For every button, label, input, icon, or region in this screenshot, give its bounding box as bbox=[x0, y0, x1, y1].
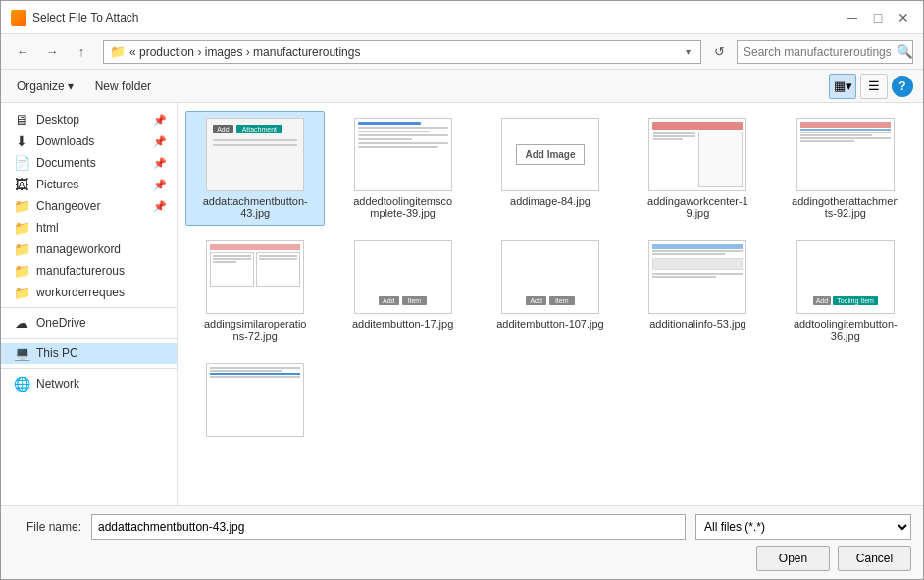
forward-button[interactable]: → bbox=[40, 40, 64, 64]
minimize-button[interactable]: ─ bbox=[843, 8, 862, 27]
toolbar2-right: ▦ ▾ ☰ ? bbox=[829, 74, 913, 99]
file-item-8[interactable]: Add Item additembutton-107.jpg bbox=[481, 234, 620, 348]
manageworkord-icon: 📁 bbox=[13, 241, 30, 257]
search-input[interactable] bbox=[738, 43, 897, 61]
organize-toolbar: Organize ▾ New folder ▦ ▾ ☰ ? bbox=[1, 70, 923, 103]
workorderreques-icon: 📁 bbox=[13, 285, 30, 300]
documents-icon: 📄 bbox=[13, 155, 30, 171]
sidebar-divider3 bbox=[1, 368, 177, 369]
address-bar[interactable]: 📁 « production › images › manufacturerou… bbox=[103, 40, 701, 64]
view-chevron-icon: ▾ bbox=[846, 79, 852, 93]
file-grid: Add Attachment addattachmentbutton-43.jp… bbox=[185, 111, 915, 448]
sidebar-item-desktop[interactable]: 🖥 Desktop 📌 bbox=[1, 109, 177, 131]
sidebar-item-onedrive[interactable]: ☁ OneDrive bbox=[1, 312, 177, 334]
sidebar-item-label: Pictures bbox=[36, 178, 78, 191]
close-button[interactable]: ✕ bbox=[894, 8, 913, 27]
address-path: « production › images › manufacturerouti… bbox=[129, 45, 678, 59]
file-thumb-3: Add Image bbox=[501, 118, 599, 191]
sidebar-divider2 bbox=[1, 338, 177, 339]
address-chevron-icon[interactable]: ▾ bbox=[682, 44, 694, 59]
file-name-5: addingotherattachments-92.jpg bbox=[792, 195, 899, 219]
organize-chevron-icon: ▾ bbox=[68, 79, 74, 93]
refresh-button[interactable]: ↺ bbox=[707, 40, 731, 64]
sidebar-item-label: manageworkord bbox=[36, 242, 121, 256]
view-panel-button[interactable]: ☰ bbox=[860, 74, 888, 99]
title-controls: ─ □ ✕ bbox=[843, 8, 913, 27]
sidebar-item-label: Documents bbox=[36, 156, 96, 170]
sidebar-item-label: This PC bbox=[36, 346, 78, 360]
filetype-select[interactable]: All files (*.*) bbox=[695, 514, 911, 540]
file-name-1: addattachmentbutton-43.jpg bbox=[201, 195, 309, 219]
changeover-icon: 📁 bbox=[13, 198, 30, 214]
sidebar-item-workorderreques[interactable]: 📁 workorderreques bbox=[1, 282, 177, 303]
action-row: Open Cancel bbox=[13, 546, 911, 571]
pin-icon: 📌 bbox=[153, 135, 167, 148]
file-thumb-6 bbox=[206, 240, 304, 314]
organize-label: Organize bbox=[17, 79, 65, 93]
file-thumb-7: Add Item bbox=[354, 240, 452, 314]
sidebar-item-label: Desktop bbox=[36, 113, 79, 127]
file-thumb-5 bbox=[796, 118, 895, 191]
file-name-2: addedtoolingitemscomplete-39.jpg bbox=[349, 195, 457, 219]
sidebar-item-manufacturerous[interactable]: 📁 manufacturerous bbox=[1, 260, 177, 282]
view-thumbnails-button[interactable]: ▦ ▾ bbox=[829, 74, 856, 99]
pin-icon: 📌 bbox=[153, 114, 167, 127]
file-item-1[interactable]: Add Attachment addattachmentbutton-43.jp… bbox=[185, 111, 325, 226]
new-folder-button[interactable]: New folder bbox=[87, 78, 159, 95]
up-button[interactable]: ↑ bbox=[70, 40, 93, 64]
sidebar-item-thispc[interactable]: 💻 This PC bbox=[1, 343, 177, 364]
downloads-icon: ⬇ bbox=[13, 133, 30, 149]
toolbar2-left: Organize ▾ New folder bbox=[11, 78, 159, 95]
file-thumb-4 bbox=[648, 118, 746, 191]
sidebar-item-label: manufacturerous bbox=[36, 264, 125, 278]
cancel-button[interactable]: Cancel bbox=[838, 546, 911, 571]
help-button[interactable]: ? bbox=[892, 76, 913, 97]
sidebar-item-label: Network bbox=[36, 377, 79, 391]
file-name-9: additionalinfo-53.jpg bbox=[649, 318, 745, 330]
filename-input[interactable] bbox=[91, 514, 686, 540]
organize-button[interactable]: Organize ▾ bbox=[11, 78, 79, 95]
file-item-2[interactable]: addedtoolingitemscomplete-39.jpg bbox=[333, 111, 472, 226]
search-icon-button[interactable]: 🔍 bbox=[897, 41, 913, 63]
file-item-7[interactable]: Add Item additembutton-17.jpg bbox=[333, 234, 472, 348]
file-item-9[interactable]: additionalinfo-53.jpg bbox=[628, 234, 767, 348]
sidebar-item-label: workorderreques bbox=[36, 286, 125, 299]
search-box: 🔍 bbox=[737, 40, 913, 64]
file-grid-container[interactable]: Add Attachment addattachmentbutton-43.jp… bbox=[178, 103, 923, 505]
sidebar-item-documents[interactable]: 📄 Documents 📌 bbox=[1, 152, 177, 174]
sidebar-item-changeover[interactable]: 📁 Changeover 📌 bbox=[1, 195, 177, 217]
main-content: 🖥 Desktop 📌 ⬇ Downloads 📌 📄 Documents 📌 … bbox=[1, 103, 923, 505]
pictures-icon: 🖼 bbox=[13, 177, 30, 192]
file-name-4: addingaworkcenter-19.jpg bbox=[643, 195, 751, 219]
file-item-10[interactable]: Add Tooling Item addtoolingitembutton-36… bbox=[776, 234, 915, 348]
address-toolbar: ← → ↑ 📁 « production › images › manufact… bbox=[1, 34, 923, 70]
network-icon: 🌐 bbox=[13, 376, 30, 392]
desktop-icon: 🖥 bbox=[13, 112, 30, 128]
file-name-7: additembutton-17.jpg bbox=[352, 318, 453, 330]
view-icon: ▦ bbox=[834, 79, 846, 93]
filename-row: File name: All files (*.*) bbox=[13, 514, 911, 540]
sidebar-item-label: html bbox=[36, 221, 59, 235]
file-thumb-9 bbox=[648, 240, 746, 314]
file-thumb-11 bbox=[206, 363, 304, 437]
pin-icon: 📌 bbox=[153, 200, 167, 213]
sidebar: 🖥 Desktop 📌 ⬇ Downloads 📌 📄 Documents 📌 … bbox=[1, 103, 178, 505]
maximize-button[interactable]: □ bbox=[868, 8, 888, 27]
sidebar-item-manageworkord[interactable]: 📁 manageworkord bbox=[1, 238, 177, 260]
back-button[interactable]: ← bbox=[11, 40, 34, 64]
sidebar-item-downloads[interactable]: ⬇ Downloads 📌 bbox=[1, 131, 177, 152]
file-item-5[interactable]: addingotherattachments-92.jpg bbox=[776, 111, 915, 226]
filename-label: File name: bbox=[13, 520, 81, 534]
file-item-3[interactable]: Add Image addimage-84.jpg bbox=[481, 111, 620, 226]
dialog-icon bbox=[11, 10, 26, 26]
sidebar-item-html[interactable]: 📁 html bbox=[1, 217, 177, 238]
open-button[interactable]: Open bbox=[756, 546, 830, 571]
sidebar-item-network[interactable]: 🌐 Network bbox=[1, 373, 177, 395]
file-item-11[interactable] bbox=[185, 356, 325, 448]
file-thumb-10: Add Tooling Item bbox=[796, 240, 895, 314]
file-item-6[interactable]: addingsimilaroperations-72.jpg bbox=[185, 234, 325, 348]
sidebar-item-pictures[interactable]: 🖼 Pictures 📌 bbox=[1, 174, 177, 195]
file-item-4[interactable]: addingaworkcenter-19.jpg bbox=[628, 111, 767, 226]
dialog-window: Select File To Attach ─ □ ✕ ← → ↑ 📁 « pr… bbox=[0, 0, 924, 580]
pin-icon: 📌 bbox=[153, 157, 167, 170]
